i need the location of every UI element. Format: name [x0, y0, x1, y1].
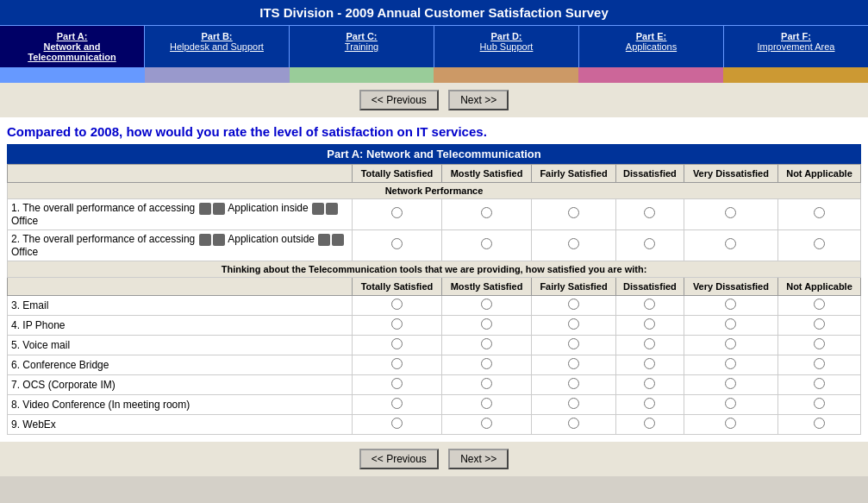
radio-cell[interactable]: [441, 315, 531, 335]
radio-cell[interactable]: [777, 229, 860, 261]
radio-option-totally-satisfied[interactable]: [391, 378, 403, 389]
radio-cell[interactable]: [353, 295, 442, 315]
next-button-top[interactable]: Next >>: [448, 90, 509, 110]
radio-option-very-dissatisfied[interactable]: [725, 418, 736, 429]
radio-cell[interactable]: [441, 414, 531, 434]
radio-option-fairly-satisfied[interactable]: [568, 358, 579, 369]
radio-cell[interactable]: [777, 414, 860, 434]
radio-cell[interactable]: [615, 394, 684, 414]
radio-cell[interactable]: [353, 394, 442, 414]
nav-item-part-e[interactable]: Part E:Applications: [579, 26, 724, 67]
radio-option-very-dissatisfied[interactable]: [725, 299, 736, 310]
nav-item-part-b[interactable]: Part B:Helpdesk and Support: [145, 26, 290, 67]
radio-option-mostly-satisfied[interactable]: [481, 398, 492, 409]
radio-cell[interactable]: [684, 295, 777, 315]
nav-item-part-a[interactable]: Part A:Network and Telecommunication: [0, 26, 145, 67]
radio-option-very-dissatisfied[interactable]: [725, 238, 736, 249]
radio-cell[interactable]: [777, 355, 860, 374]
radio-cell[interactable]: [615, 229, 684, 261]
radio-option-dissatisfied[interactable]: [644, 398, 655, 409]
radio-option-very-dissatisfied[interactable]: [725, 207, 736, 218]
radio-option-mostly-satisfied[interactable]: [481, 207, 492, 218]
radio-option-not-applicable[interactable]: [814, 378, 825, 389]
next-button-bottom[interactable]: Next >>: [448, 449, 509, 469]
radio-cell[interactable]: [532, 355, 616, 374]
radio-cell[interactable]: [532, 229, 616, 261]
radio-cell[interactable]: [615, 374, 684, 394]
radio-cell[interactable]: [353, 355, 442, 374]
radio-cell[interactable]: [684, 335, 777, 355]
radio-cell[interactable]: [615, 199, 684, 230]
radio-option-fairly-satisfied[interactable]: [568, 238, 579, 249]
radio-option-not-applicable[interactable]: [814, 238, 825, 249]
previous-button-bottom[interactable]: << Previous: [359, 449, 439, 469]
radio-cell[interactable]: [615, 295, 684, 315]
radio-option-fairly-satisfied[interactable]: [568, 207, 579, 218]
radio-cell[interactable]: [684, 374, 777, 394]
radio-option-not-applicable[interactable]: [814, 299, 825, 310]
radio-option-not-applicable[interactable]: [814, 207, 825, 218]
radio-cell[interactable]: [777, 295, 860, 315]
radio-cell[interactable]: [441, 355, 531, 374]
nav-item-part-f[interactable]: Part F:Improvement Area: [724, 26, 868, 67]
radio-option-mostly-satisfied[interactable]: [481, 338, 492, 349]
radio-cell[interactable]: [532, 394, 616, 414]
radio-option-totally-satisfied[interactable]: [391, 299, 403, 310]
radio-option-dissatisfied[interactable]: [644, 358, 655, 369]
radio-option-fairly-satisfied[interactable]: [568, 378, 579, 389]
radio-option-fairly-satisfied[interactable]: [568, 299, 579, 310]
radio-option-not-applicable[interactable]: [814, 318, 825, 330]
radio-cell[interactable]: [532, 414, 616, 434]
radio-option-totally-satisfied[interactable]: [391, 338, 403, 349]
radio-cell[interactable]: [777, 374, 860, 394]
radio-option-fairly-satisfied[interactable]: [568, 418, 579, 429]
radio-cell[interactable]: [615, 315, 684, 335]
radio-cell[interactable]: [777, 199, 860, 230]
radio-option-very-dissatisfied[interactable]: [725, 398, 736, 409]
radio-option-fairly-satisfied[interactable]: [568, 338, 579, 349]
radio-option-dissatisfied[interactable]: [644, 207, 655, 218]
radio-cell[interactable]: [441, 199, 531, 230]
radio-cell[interactable]: [441, 295, 531, 315]
radio-cell[interactable]: [684, 414, 777, 434]
radio-cell[interactable]: [684, 315, 777, 335]
radio-cell[interactable]: [532, 335, 616, 355]
radio-option-totally-satisfied[interactable]: [391, 238, 403, 249]
radio-option-totally-satisfied[interactable]: [391, 418, 403, 429]
radio-cell[interactable]: [684, 199, 777, 230]
radio-cell[interactable]: [777, 315, 860, 335]
radio-cell[interactable]: [353, 414, 442, 434]
radio-option-dissatisfied[interactable]: [644, 238, 655, 249]
radio-option-mostly-satisfied[interactable]: [481, 318, 492, 330]
radio-option-fairly-satisfied[interactable]: [568, 318, 579, 330]
radio-cell[interactable]: [532, 374, 616, 394]
radio-cell[interactable]: [353, 229, 442, 261]
radio-option-totally-satisfied[interactable]: [391, 358, 403, 369]
radio-cell[interactable]: [615, 414, 684, 434]
radio-option-not-applicable[interactable]: [814, 398, 825, 409]
radio-cell[interactable]: [353, 374, 442, 394]
radio-cell[interactable]: [615, 335, 684, 355]
radio-cell[interactable]: [532, 315, 616, 335]
radio-cell[interactable]: [353, 315, 442, 335]
radio-option-totally-satisfied[interactable]: [391, 318, 403, 330]
radio-cell[interactable]: [353, 199, 442, 230]
radio-option-very-dissatisfied[interactable]: [725, 358, 736, 369]
radio-option-mostly-satisfied[interactable]: [481, 358, 492, 369]
radio-cell[interactable]: [684, 229, 777, 261]
radio-cell[interactable]: [441, 374, 531, 394]
radio-option-not-applicable[interactable]: [814, 418, 825, 429]
radio-option-dissatisfied[interactable]: [644, 378, 655, 389]
radio-cell[interactable]: [441, 394, 531, 414]
radio-option-dissatisfied[interactable]: [644, 299, 655, 310]
nav-item-part-c[interactable]: Part C:Training: [290, 26, 434, 67]
radio-cell[interactable]: [532, 199, 616, 230]
previous-button-top[interactable]: << Previous: [359, 90, 439, 110]
radio-option-not-applicable[interactable]: [814, 358, 825, 369]
radio-cell[interactable]: [684, 394, 777, 414]
radio-cell[interactable]: [353, 335, 442, 355]
radio-option-very-dissatisfied[interactable]: [725, 318, 736, 330]
radio-cell[interactable]: [615, 355, 684, 374]
radio-option-not-applicable[interactable]: [814, 338, 825, 349]
radio-option-mostly-satisfied[interactable]: [481, 238, 492, 249]
